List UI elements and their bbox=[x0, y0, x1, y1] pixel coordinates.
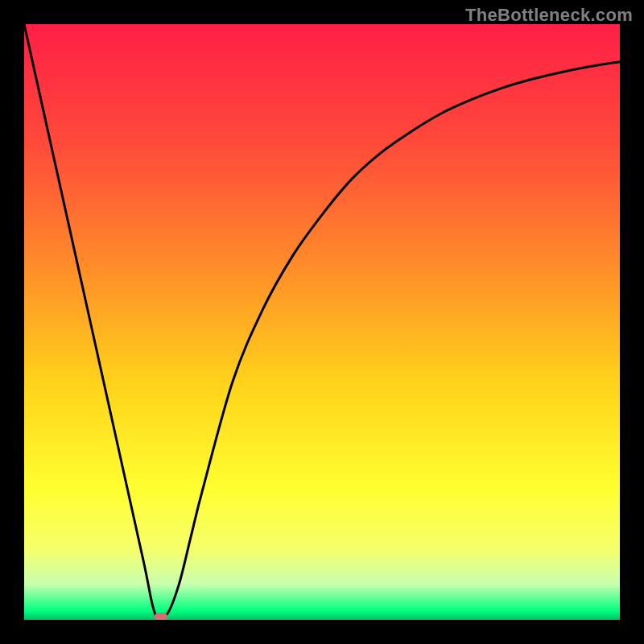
optimum-marker-icon bbox=[155, 613, 167, 620]
plot-area bbox=[24, 24, 620, 620]
chart-frame: TheBottleneck.com bbox=[0, 0, 644, 644]
gradient-background bbox=[24, 24, 620, 620]
chart-svg bbox=[24, 24, 620, 620]
brand-watermark: TheBottleneck.com bbox=[465, 5, 633, 26]
